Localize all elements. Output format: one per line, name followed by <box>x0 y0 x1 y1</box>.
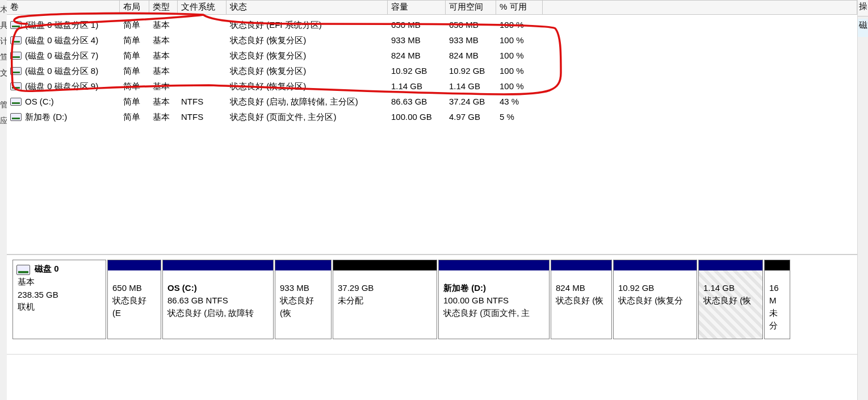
partition-block[interactable]: OS (C:)86.63 GB NTFS状态良好 (启动, 故障转 <box>162 260 274 339</box>
partition-body: 824 MB状态良好 (恢 <box>551 270 611 339</box>
volume-type-cell: 基本 <box>149 94 178 109</box>
volume-free-cell: 933 MB <box>446 32 496 48</box>
partition-status: 未分配 <box>338 294 432 307</box>
partition-stripe <box>551 260 611 270</box>
partition-size: 100.00 GB NTFS <box>443 294 544 307</box>
volume-icon <box>10 21 22 29</box>
partition-block[interactable]: 824 MB状态良好 (恢 <box>551 260 612 339</box>
partition-size: 824 MB <box>556 282 607 294</box>
partition-body: 933 MB状态良好 (恢 <box>275 270 331 339</box>
volume-row[interactable]: (磁盘 0 磁盘分区 7)简单基本状态良好 (恢复分区)824 MB824 MB… <box>7 48 857 63</box>
volume-type-cell: 基本 <box>149 63 178 78</box>
disk-layout-graph: 磁盘 0 基本 238.35 GB 联机 650 MB状态良好 (EOS (C:… <box>7 255 857 354</box>
volume-row[interactable]: (磁盘 0 磁盘分区 4)简单基本状态良好 (恢复分区)933 MB933 MB… <box>7 32 857 48</box>
partition-size: 1.14 GB <box>703 282 758 294</box>
volume-free-cell: 824 MB <box>446 48 496 63</box>
volume-layout-cell: 简单 <box>120 94 149 109</box>
volume-layout-cell: 简单 <box>120 109 149 124</box>
volume-capacity-cell: 1.14 GB <box>388 78 446 94</box>
volume-free-cell: 37.24 GB <box>446 94 496 109</box>
partition-body: 新加卷 (D:)100.00 GB NTFS状态良好 (页面文件, 主 <box>439 270 549 339</box>
partition-block[interactable]: 37.29 GB未分配 <box>333 260 437 339</box>
volume-layout-cell: 简单 <box>120 17 149 32</box>
volume-status-cell: 状态良好 (启动, 故障转储, 主分区) <box>227 94 388 109</box>
volume-type-cell: 基本 <box>149 48 178 63</box>
volume-icon <box>10 113 22 121</box>
volume-capacity-cell: 933 MB <box>388 32 446 48</box>
volume-pct-cell: 100 % <box>496 32 543 48</box>
actions-pane-header: 操 <box>858 0 868 16</box>
partition-size: 10.92 GB <box>618 282 692 294</box>
volume-type-cell: 基本 <box>149 17 178 32</box>
volume-status-cell: 状态良好 (恢复分区) <box>227 32 388 48</box>
partition-stripe <box>765 260 790 270</box>
volume-status-cell: 状态良好 (EFI 系统分区) <box>227 17 388 32</box>
partition-stripe <box>163 260 273 270</box>
partition-block[interactable]: 16 M未分 <box>764 260 790 339</box>
column-header-status[interactable]: 状态 <box>227 1 388 14</box>
volume-icon <box>10 67 22 75</box>
partition-body: 16 M未分 <box>765 270 790 339</box>
partition-body: OS (C:)86.63 GB NTFS状态良好 (启动, 故障转 <box>163 270 273 339</box>
partition-body: 650 MB状态良好 (E <box>108 270 161 339</box>
volume-layout-cell: 简单 <box>120 78 149 94</box>
disk-size: 238.35 GB <box>18 290 101 299</box>
volume-pct-cell: 5 % <box>496 109 543 124</box>
volume-fs-cell <box>178 78 227 94</box>
volume-type-cell: 基本 <box>149 109 178 124</box>
partition-size: 650 MB <box>112 282 156 294</box>
disk-info-block[interactable]: 磁盘 0 基本 238.35 GB 联机 <box>12 260 106 339</box>
partition-block[interactable]: 10.92 GB状态良好 (恢复分 <box>613 260 697 339</box>
volume-list[interactable]: (磁盘 0 磁盘分区 1)简单基本状态良好 (EFI 系统分区)650 MB65… <box>7 15 857 255</box>
volume-fs-cell: NTFS <box>178 109 227 124</box>
volume-name-cell: (磁盘 0 磁盘分区 7) <box>7 48 120 63</box>
volume-free-cell: 1.14 GB <box>446 78 496 94</box>
volume-pct-cell: 100 % <box>496 48 543 63</box>
disk-icon <box>16 265 30 275</box>
volume-free-cell: 10.92 GB <box>446 63 496 78</box>
volume-free-cell: 650 MB <box>446 17 496 32</box>
partition-block[interactable]: 650 MB状态良好 (E <box>107 260 161 339</box>
partition-stripe <box>333 260 437 270</box>
volume-capacity-cell: 10.92 GB <box>388 63 446 78</box>
volume-list-header-row: 卷 布局 类型 文件系统 状态 容量 可用空间 % 可用 <box>7 0 857 15</box>
column-header-percentfree[interactable]: % 可用 <box>496 1 543 14</box>
volume-row[interactable]: OS (C:)简单基本NTFS状态良好 (启动, 故障转储, 主分区)86.63… <box>7 94 857 109</box>
volume-pct-cell: 43 % <box>496 94 543 109</box>
column-header-volume[interactable]: 卷 <box>7 1 120 14</box>
volume-icon <box>10 52 22 60</box>
volume-row[interactable]: (磁盘 0 磁盘分区 1)简单基本状态良好 (EFI 系统分区)650 MB65… <box>7 17 857 32</box>
volume-capacity-cell: 86.63 GB <box>388 94 446 109</box>
partition-block[interactable]: 933 MB状态良好 (恢 <box>275 260 332 339</box>
partition-stripe <box>108 260 161 270</box>
volume-name-cell: 新加卷 (D:) <box>7 109 120 124</box>
volume-icon <box>10 36 22 44</box>
disk-type: 基本 <box>18 277 101 288</box>
column-header-layout[interactable]: 布局 <box>120 1 149 14</box>
partition-block[interactable]: 新加卷 (D:)100.00 GB NTFS状态良好 (页面文件, 主 <box>438 260 550 339</box>
volume-row[interactable]: (磁盘 0 磁盘分区 8)简单基本状态良好 (恢复分区)10.92 GB10.9… <box>7 63 857 78</box>
volume-row[interactable]: (磁盘 0 磁盘分区 9)简单基本状态良好 (恢复分区)1.14 GB1.14 … <box>7 78 857 94</box>
bottom-empty-area <box>7 354 857 400</box>
volume-fs-cell <box>178 63 227 78</box>
volume-row[interactable]: 新加卷 (D:)简单基本NTFS状态良好 (页面文件, 主分区)100.00 G… <box>7 109 857 124</box>
column-header-capacity[interactable]: 容量 <box>388 1 446 14</box>
column-header-freespace[interactable]: 可用空间 <box>446 1 496 14</box>
partition-status: 状态良好 (恢 <box>703 294 758 307</box>
partition-block[interactable]: 1.14 GB状态良好 (恢 <box>698 260 763 339</box>
volume-name-cell: (磁盘 0 磁盘分区 1) <box>7 17 120 32</box>
disk-management-panel: 卷 布局 类型 文件系统 状态 容量 可用空间 % 可用 (磁盘 0 磁盘分区 … <box>7 0 858 400</box>
partition-status: 状态良好 (恢复分 <box>618 294 692 307</box>
volume-name-cell: (磁盘 0 磁盘分区 4) <box>7 32 120 48</box>
column-header-type[interactable]: 类型 <box>149 1 178 14</box>
volume-status-cell: 状态良好 (页面文件, 主分区) <box>227 109 388 124</box>
volume-pct-cell: 100 % <box>496 78 543 94</box>
volume-name: (磁盘 0 磁盘分区 7) <box>25 48 98 63</box>
actions-pane-item[interactable]: 磁 <box>858 19 868 37</box>
volume-layout-cell: 简单 <box>120 32 149 48</box>
partition-stripe <box>699 260 762 270</box>
volume-icon <box>10 98 22 106</box>
volume-fs-cell <box>178 32 227 48</box>
column-header-filesystem[interactable]: 文件系统 <box>178 1 227 14</box>
partition-body: 37.29 GB未分配 <box>333 270 437 339</box>
